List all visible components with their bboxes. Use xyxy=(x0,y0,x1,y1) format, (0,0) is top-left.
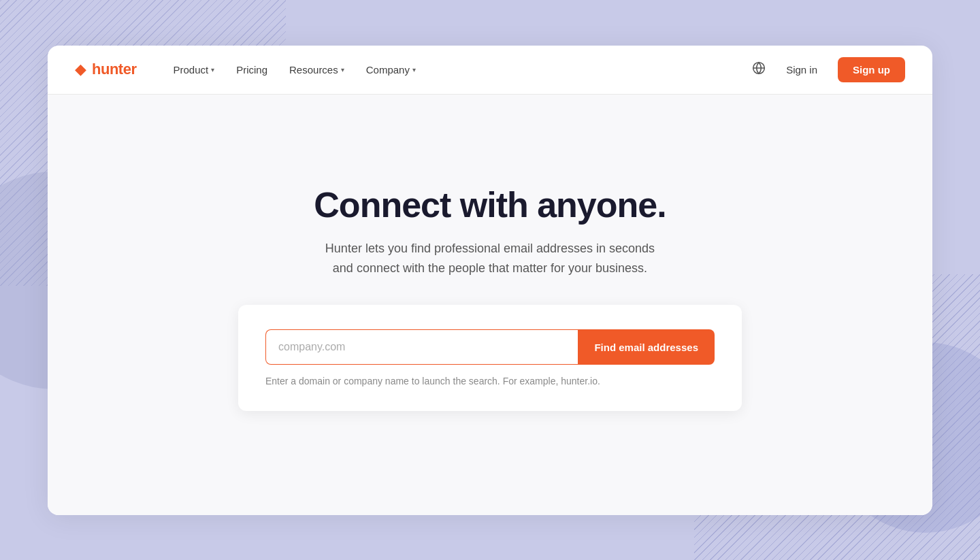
search-hint: Enter a domain or company name to launch… xyxy=(265,376,715,386)
nav-right: Sign in Sign up xyxy=(752,57,905,82)
logo-icon: ◆ xyxy=(75,61,86,78)
nav-item-product[interactable]: Product ▾ xyxy=(163,59,224,81)
nav-links: Product ▾ Pricing Resources ▾ Company ▾ xyxy=(163,59,752,81)
nav-product-label: Product xyxy=(173,64,208,76)
search-row: Find email addresses xyxy=(265,329,715,365)
logo[interactable]: ◆ hunter xyxy=(75,61,136,78)
hero-title: Connect with anyone. xyxy=(314,184,666,225)
hero-subtitle-line2: and connect with the people that matter … xyxy=(333,261,647,275)
logo-text: hunter xyxy=(92,61,136,78)
nav-item-company[interactable]: Company ▾ xyxy=(357,59,425,81)
navbar: ◆ hunter Product ▾ Pricing Resources ▾ C… xyxy=(48,46,932,95)
nav-item-pricing[interactable]: Pricing xyxy=(227,59,277,81)
sign-up-button[interactable]: Sign up xyxy=(838,57,905,82)
sign-in-button[interactable]: Sign in xyxy=(777,59,827,81)
nav-resources-label: Resources xyxy=(289,64,338,76)
nav-company-label: Company xyxy=(366,64,410,76)
nav-pricing-label: Pricing xyxy=(236,64,267,76)
main-card: ◆ hunter Product ▾ Pricing Resources ▾ C… xyxy=(48,46,932,515)
search-input[interactable] xyxy=(265,329,578,365)
search-card: Find email addresses Enter a domain or c… xyxy=(238,305,742,411)
chevron-down-icon: ▾ xyxy=(412,66,416,73)
chevron-down-icon: ▾ xyxy=(211,66,214,73)
hero-subtitle-line1: Hunter lets you find professional email … xyxy=(325,242,655,255)
hero-subtitle: Hunter lets you find professional email … xyxy=(325,239,655,278)
globe-icon[interactable] xyxy=(752,61,766,78)
nav-item-resources[interactable]: Resources ▾ xyxy=(280,59,354,81)
find-email-button[interactable]: Find email addresses xyxy=(578,329,715,365)
hero-section: Connect with anyone. Hunter lets you fin… xyxy=(48,95,932,515)
chevron-down-icon: ▾ xyxy=(341,66,344,73)
